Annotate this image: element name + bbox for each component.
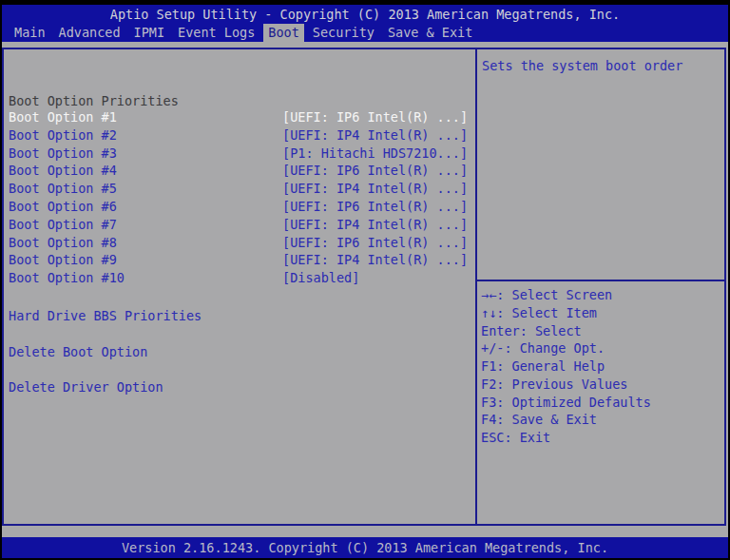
boot-option-row-boot-option-9[interactable]: Boot Option #9[UEFI: IP4 Intel(R) ...]: [9, 251, 474, 269]
boot-option-value: [P1: Hitachi HDS7210...]: [282, 145, 468, 163]
vertical-divider: [475, 48, 477, 526]
action-delete-boot-option[interactable]: Delete Boot Option: [9, 343, 147, 361]
bios-setup-screen: Aptio Setup Utility - Copyright (C) 2013…: [0, 0, 730, 560]
boot-option-row-boot-option-2[interactable]: Boot Option #2[UEFI: IP4 Intel(R) ...]: [9, 126, 474, 145]
key-hint-select: Enter: Select: [481, 322, 651, 340]
boot-option-label: Boot Option #6: [9, 199, 117, 214]
menu-tab-ipmi[interactable]: IPMI: [129, 24, 170, 42]
menu-tab-event-logs[interactable]: Event Logs: [173, 24, 259, 42]
key-hint-general-help: F1: General Help: [481, 357, 651, 376]
boot-option-label: Boot Option #1: [9, 109, 117, 125]
boot-option-row-boot-option-6[interactable]: Boot Option #6[UEFI: IP6 Intel(R) ...]: [9, 198, 474, 216]
boot-option-value: [UEFI: IP4 Intel(R) ...]: [282, 251, 468, 269]
menu-tab-boot[interactable]: Boot: [263, 24, 304, 42]
menu-tab-security[interactable]: Security: [308, 24, 379, 42]
boot-option-value: [UEFI: IP6 Intel(R) ...]: [282, 162, 468, 180]
boot-option-value: [UEFI: IP6 Intel(R) ...]: [282, 234, 468, 252]
boot-option-row-boot-option-5[interactable]: Boot Option #5[UEFI: IP4 Intel(R) ...]: [9, 180, 474, 198]
key-hint-exit: ESC: Exit: [481, 429, 651, 447]
key-hint-previous-values: F2: Previous Values: [481, 376, 651, 394]
boot-option-label: Boot Option #7: [9, 217, 117, 232]
boot-option-row-boot-option-8[interactable]: Boot Option #8[UEFI: IP6 Intel(R) ...]: [9, 234, 474, 252]
boot-option-label: Boot Option #10: [9, 270, 125, 285]
boot-option-label: Boot Option #2: [9, 127, 117, 143]
boot-option-value: [UEFI: IP4 Intel(R) ...]: [282, 126, 468, 145]
boot-option-row-boot-option-4[interactable]: Boot Option #4[UEFI: IP6 Intel(R) ...]: [9, 162, 474, 180]
boot-option-row-boot-option-1[interactable]: Boot Option #1[UEFI: IP6 Intel(R) ...]: [9, 108, 474, 126]
key-hint-select-screen: →←: Select Screen: [481, 286, 651, 304]
boot-option-value: [UEFI: IP4 Intel(R) ...]: [282, 216, 468, 234]
key-hint-list: →←: Select Screen↑↓: Select ItemEnter: S…: [481, 286, 651, 447]
menu-bar: MainAdvancedIPMIEvent LogsBootSecuritySa…: [2, 24, 728, 42]
horizontal-divider: [477, 280, 724, 281]
boot-option-label: Boot Option #9: [9, 252, 117, 267]
menu-tab-main[interactable]: Main: [10, 24, 50, 42]
boot-option-value: [Disabled]: [282, 269, 359, 287]
boot-option-label: Boot Option #5: [9, 181, 117, 196]
key-hint-change-opt: +/-: Change Opt.: [481, 339, 651, 357]
menu-tab-save-exit[interactable]: Save & Exit: [383, 24, 477, 42]
key-hint-optimized-defaults: F3: Optimized Defaults: [481, 394, 651, 412]
boot-option-value: [UEFI: IP6 Intel(R) ...]: [282, 198, 468, 216]
help-text: Sets the system boot order: [482, 58, 720, 73]
boot-option-list: Boot Option #1[UEFI: IP6 Intel(R) ...]Bo…: [9, 108, 474, 287]
key-hint-save-exit: F4: Save & Exit: [481, 411, 651, 429]
boot-option-row-boot-option-7[interactable]: Boot Option #7[UEFI: IP4 Intel(R) ...]: [9, 216, 474, 234]
boot-option-label: Boot Option #8: [9, 235, 117, 250]
section-header-boot-option-priorities: Boot Option Priorities: [9, 93, 179, 108]
boot-option-row-boot-option-3[interactable]: Boot Option #3[P1: Hitachi HDS7210...]: [9, 145, 474, 163]
action-delete-driver-option[interactable]: Delete Driver Option: [9, 378, 163, 396]
boot-option-value: [UEFI: IP4 Intel(R) ...]: [282, 180, 468, 198]
title-bar: Aptio Setup Utility - Copyright (C) 2013…: [2, 5, 728, 24]
boot-option-value: [UEFI: IP6 Intel(R) ...]: [282, 108, 468, 126]
boot-option-row-boot-option-10[interactable]: Boot Option #10[Disabled]: [9, 269, 474, 287]
key-hint-select-item: ↑↓: Select Item: [481, 304, 651, 322]
version-bar: Version 2.16.1243. Copyright (C) 2013 Am…: [2, 537, 728, 558]
boot-option-label: Boot Option #3: [9, 145, 117, 161]
boot-option-label: Boot Option #4: [9, 163, 117, 178]
action-hard-drive-bbs-priorities[interactable]: Hard Drive BBS Priorities: [9, 307, 202, 325]
menu-tab-advanced[interactable]: Advanced: [54, 24, 125, 42]
